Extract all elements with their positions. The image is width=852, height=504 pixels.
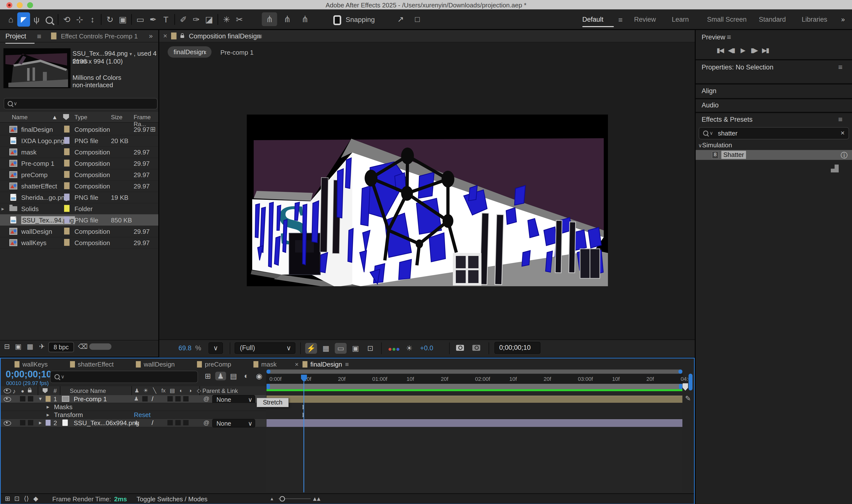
viewer-timecode[interactable]: 0;00;00;10	[494, 342, 540, 354]
composition-viewport[interactable]: S	[247, 114, 608, 286]
magnification-dropdown[interactable]: ∨	[209, 342, 223, 354]
timeline-tab[interactable]: preComp	[193, 359, 234, 369]
parent-dropdown[interactable]: None∨	[212, 395, 255, 403]
panel-corner-icon[interactable]	[831, 165, 839, 173]
file-name[interactable]: Sherida...go.png	[21, 194, 63, 201]
layer-row-2[interactable]: ▸ 2 SSU_Tex...06x994.png ♟ / @ None∨	[1, 419, 266, 427]
label-tag[interactable]	[64, 228, 70, 235]
timeline-tab[interactable]: wallKeys	[11, 359, 51, 369]
channels-icon[interactable]	[388, 343, 400, 354]
eye-icon[interactable]	[4, 421, 11, 426]
transform-group-row[interactable]: ▸ Transform Reset	[1, 411, 266, 419]
switch-column-icon[interactable]: ♟	[134, 388, 140, 394]
transform-reset-link[interactable]: Reset	[134, 411, 151, 419]
label-tag[interactable]	[64, 182, 70, 189]
lock-icon[interactable]	[180, 35, 184, 38]
draft-3d-icon[interactable]: ♟	[215, 372, 226, 380]
toolbar-tool[interactable]: ↕	[86, 12, 99, 26]
transport-button[interactable]: ◀▮	[726, 45, 736, 55]
workspace-tab-standard[interactable]: Standard	[759, 16, 786, 23]
file-name[interactable]: finalDesign	[21, 126, 63, 133]
timeline-tab[interactable]: × finalDesign ≡	[295, 359, 349, 369]
render-time-pane-icon[interactable]: ◆	[31, 495, 40, 503]
preview-panel-menu-icon[interactable]: ≡	[727, 33, 731, 41]
exposure-value[interactable]: +0.0	[420, 344, 433, 352]
toolbar-tool[interactable]: ◤	[17, 12, 30, 26]
quality-switch[interactable]: /	[152, 395, 153, 403]
switch-column-icon[interactable]: ◇	[196, 388, 202, 394]
file-name[interactable]: wallDesign	[21, 228, 63, 235]
toggle-switches-modes-button[interactable]: Toggle Switches / Modes	[137, 496, 208, 503]
project-panel-menu-icon[interactable]: ≡	[37, 32, 41, 41]
column-size[interactable]: Size	[111, 114, 123, 121]
effect-name[interactable]: Shatter	[721, 151, 746, 159]
label-tag[interactable]	[64, 216, 70, 223]
composition-panel-menu-icon[interactable]: ≡	[258, 32, 262, 41]
toolbar-tool[interactable]	[43, 12, 56, 26]
toolbar-tool[interactable]: ⌂	[4, 12, 17, 26]
snap-option-button[interactable]: □	[411, 12, 424, 26]
workspace-menu-icon[interactable]: ≡	[618, 16, 623, 24]
project-row[interactable]: mask Composition 29.97	[0, 146, 158, 158]
resolution-dropdown[interactable]: (Full) ∨	[235, 342, 295, 354]
zoom-out-mountain-icon[interactable]: ▲	[270, 497, 274, 502]
mask-visibility-icon[interactable]: ▭	[335, 343, 347, 354]
more-workspaces-chevron[interactable]: »	[841, 16, 845, 23]
label-tag[interactable]	[64, 148, 70, 155]
effect-info-icon[interactable]: ⓘ	[841, 151, 848, 160]
close-tab-icon[interactable]: ×	[163, 32, 167, 40]
adjust-render-icon[interactable]: ✈	[37, 342, 47, 350]
toolbar-tool[interactable]: ▭	[134, 12, 147, 26]
masks-group-label[interactable]: Masks	[54, 403, 72, 411]
composition-mini-flowchart-icon[interactable]: ⊞	[203, 372, 213, 380]
work-area-end-marker[interactable]	[683, 383, 688, 391]
expand-layer-icon[interactable]: ▾	[39, 396, 42, 402]
project-search-input[interactable]: ∨	[4, 98, 158, 109]
toolbar-tool[interactable]: ✐	[177, 12, 190, 26]
toolbar-tool[interactable]: ▣	[116, 12, 129, 26]
column-type[interactable]: Type	[74, 114, 87, 121]
file-name[interactable]: preComp	[21, 171, 63, 179]
file-name[interactable]: mask	[21, 148, 63, 156]
label-tag[interactable]	[64, 239, 70, 246]
timeline-zoom-slider[interactable]	[278, 498, 311, 499]
axis-mode-button[interactable]: ⋔	[297, 12, 313, 26]
switch-column-icon[interactable]: ▤	[169, 388, 175, 394]
breadcrumb-parent[interactable]: Pre-comp 1	[221, 49, 254, 56]
label-tag[interactable]	[64, 126, 70, 132]
timeline-tab[interactable]: mask	[249, 359, 280, 369]
effects-presets-panel-title[interactable]: Effects & Presets	[702, 116, 753, 123]
layer-source-name[interactable]: Pre-comp 1	[74, 395, 107, 403]
expand-group-icon[interactable]: ▸	[47, 404, 49, 410]
file-name[interactable]: wallKeys	[21, 239, 63, 247]
toolbar-tool[interactable]: ↻	[104, 12, 116, 26]
track-area[interactable]	[266, 391, 682, 492]
tag-column-icon[interactable]	[63, 114, 69, 120]
snapping-checkbox[interactable]	[333, 15, 341, 25]
file-name[interactable]: Pre-comp 1	[21, 160, 63, 167]
transport-button[interactable]: ▮◀	[715, 45, 725, 55]
column-source-name[interactable]: Source Name	[70, 388, 106, 394]
transform-group-label[interactable]: Transform	[54, 411, 83, 419]
current-timecode[interactable]: 0;00;00;10	[6, 369, 52, 380]
label-tag[interactable]	[64, 171, 70, 178]
column-number[interactable]: #	[53, 388, 57, 394]
toolbar-tool[interactable]: ✑	[190, 12, 203, 26]
project-row[interactable]: finalDesign Composition 29.97 ⊞	[0, 124, 158, 135]
column-parent-link[interactable]: Parent & Link	[203, 388, 238, 394]
footage-name-caret[interactable]: ▾	[129, 51, 132, 57]
scrollbar-thumb[interactable]	[89, 343, 111, 350]
transport-button[interactable]: ▶▮	[760, 45, 770, 55]
transport-button[interactable]: ▶	[737, 45, 747, 55]
layer-bar-1[interactable]	[266, 396, 682, 403]
properties-panel-title[interactable]: Properties: No Selection	[702, 64, 773, 71]
switch-column-icon[interactable]: ╲	[152, 388, 158, 394]
preview-panel-title[interactable]: Preview	[702, 34, 725, 41]
quality-switch[interactable]: /	[152, 419, 153, 427]
align-panel-title[interactable]: Align	[702, 87, 716, 95]
toolbar-tool[interactable]: ◪	[203, 12, 215, 26]
workspace-tab-libraries[interactable]: Libraries	[802, 16, 827, 23]
project-row[interactable]: IXDA Logo.png PNG file 20 KB	[0, 135, 158, 147]
toolbar-tool[interactable]: ✳	[220, 12, 233, 26]
toolbar-tool[interactable]: ⊹	[73, 12, 86, 26]
